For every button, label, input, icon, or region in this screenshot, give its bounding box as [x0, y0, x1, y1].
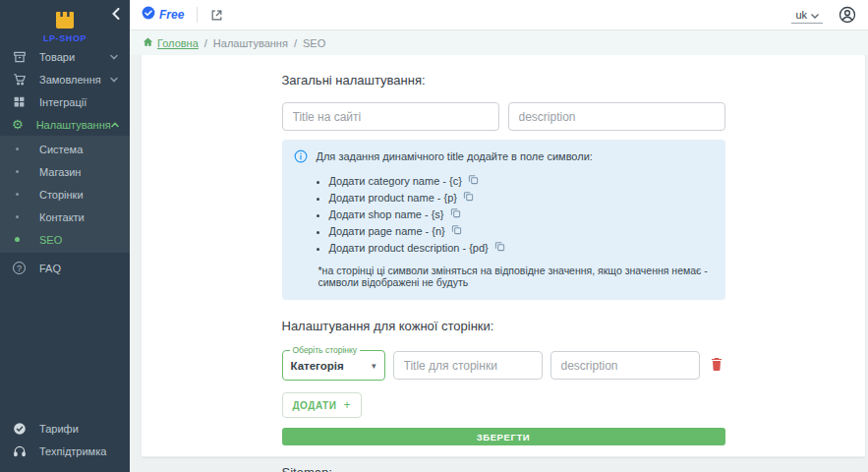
copy-icon[interactable] — [451, 224, 462, 237]
sidebar-logo-row: LP-SHOP — [0, 0, 130, 45]
list-item: Додати product description - {pd} — [329, 241, 714, 254]
sub-item-label: Сторінки — [39, 189, 84, 201]
add-row-button[interactable]: ДОДАТИ + — [282, 392, 362, 418]
sidebar-item-integrations[interactable]: Інтеграції — [0, 90, 130, 113]
plan-badge-label: Free — [159, 8, 184, 22]
sidebar-item-contacts[interactable]: Контакти — [0, 206, 130, 228]
sidebar-item-settings[interactable]: ⚙ Налаштування — [0, 113, 130, 136]
info-box-heading: Для задання динамічного title додайте в … — [317, 150, 593, 162]
open-in-new-icon[interactable] — [210, 9, 223, 22]
bullet-dot — [15, 237, 20, 242]
list-item: Додати category name - {c} — [329, 174, 714, 187]
sidebar-item-label: Інтеграції — [39, 96, 118, 108]
page-description-input[interactable] — [550, 351, 700, 380]
general-inputs-row — [282, 102, 725, 131]
page-select[interactable]: Оберіть сторінку Категорія ▾ — [282, 350, 385, 381]
sidebar-item-products[interactable]: Товари — [0, 45, 130, 68]
symbol-list: Додати category name - {c} Додати produc… — [329, 174, 714, 254]
symbol-text: Додати page name - {n} — [329, 225, 445, 237]
bullet-dot — [16, 215, 19, 218]
sidebar-item-label: Товари — [39, 51, 110, 63]
sidebar-item-faq[interactable]: ? FAQ — [0, 257, 130, 279]
chevron-down-icon — [811, 9, 819, 21]
sidebar-item-label: Техпідтримка — [39, 445, 118, 457]
sidebar-item-system[interactable]: Система — [0, 138, 130, 160]
language-value: uk — [795, 9, 807, 21]
sidebar-item-support[interactable]: Техпідтримка — [0, 440, 130, 462]
breadcrumb-separator: / — [294, 37, 297, 49]
copy-icon[interactable] — [494, 241, 505, 254]
breadcrumb: Головна / Налаштування / SEO — [130, 30, 868, 55]
sidebar-bottom: Тарифи Техпідтримка — [0, 417, 130, 462]
breadcrumb-home-link[interactable]: Головна — [143, 36, 199, 49]
plan-badge[interactable]: Free — [142, 6, 184, 24]
sub-item-label: Контакти — [39, 211, 85, 223]
sidebar-collapse-icon[interactable] — [112, 8, 120, 20]
sidebar-item-label: Тарифи — [39, 423, 118, 435]
sidebar-item-seo[interactable]: SEO — [0, 228, 130, 251]
copy-icon[interactable] — [468, 174, 479, 187]
shopping-bag-icon — [53, 7, 77, 32]
list-item: Додати product name - {p} — [329, 191, 714, 204]
account-icon[interactable] — [839, 6, 856, 24]
breadcrumb-separator: / — [204, 37, 207, 49]
info-icon — [294, 149, 308, 165]
breadcrumb-home-label: Головна — [157, 37, 199, 49]
verified-check-icon — [142, 6, 155, 24]
plus-icon: + — [343, 398, 351, 412]
app-root: LP-SHOP Товари Замовлення — [0, 0, 868, 472]
language-select[interactable]: uk — [791, 6, 823, 24]
delete-row-button[interactable] — [708, 357, 725, 374]
symbol-text: Додати shop name - {s} — [329, 208, 444, 220]
section-divider — [142, 456, 865, 457]
save-button[interactable]: ЗБЕРЕГТИ — [282, 428, 725, 445]
sidebar: LP-SHOP Товари Замовлення — [0, 0, 130, 472]
list-item: Додати page name - {n} — [329, 224, 714, 237]
page-select-value: Категорія — [291, 360, 372, 372]
sitemap-heading: Sitemap: — [282, 465, 725, 472]
add-button-label: ДОДАТИ — [293, 400, 337, 411]
chevron-down-icon — [110, 54, 118, 60]
question-icon: ? — [12, 262, 27, 274]
page-title-input[interactable] — [393, 351, 543, 380]
site-description-input[interactable] — [508, 102, 725, 131]
topbar: Free uk — [130, 0, 868, 30]
sidebar-item-tariffs[interactable]: Тарифи — [0, 417, 130, 440]
logo-text: LP-SHOP — [43, 33, 87, 43]
site-title-input[interactable] — [282, 102, 499, 131]
symbol-text: Додати product name - {p} — [329, 192, 458, 204]
per-page-heading: Налаштування для кожної сторінки: — [282, 319, 725, 333]
gear-icon: ⚙ — [12, 118, 24, 131]
sidebar-item-label: Налаштування — [36, 119, 111, 131]
breadcrumb-current: SEO — [303, 37, 325, 49]
topbar-divider — [197, 7, 198, 23]
lp-shop-logo[interactable]: LP-SHOP — [43, 7, 87, 43]
page-select-label: Оберіть сторінку — [290, 345, 361, 355]
seo-settings-card: Загальні налаштування: Для задання динам… — [142, 55, 865, 457]
headset-icon — [12, 444, 27, 458]
chevron-down-icon — [110, 77, 118, 83]
sub-item-label: SEO — [39, 234, 62, 246]
sidebar-item-pages[interactable]: Сторінки — [0, 183, 130, 206]
sub-item-label: Система — [39, 144, 83, 155]
sub-item-label: Магазин — [39, 166, 81, 178]
chevron-down-icon: ▾ — [372, 361, 376, 371]
bullet-dot — [16, 193, 19, 196]
settings-submenu: Система Магазин Сторінки Контакти SEO — [0, 136, 130, 253]
chevron-up-icon — [111, 122, 119, 128]
grid-icon — [12, 95, 27, 108]
per-page-form-row: Оберіть сторінку Категорія ▾ — [282, 350, 725, 381]
bullet-dot — [16, 170, 19, 173]
info-footnote: *на сторінці ці символи зміняться на від… — [318, 265, 714, 288]
sidebar-item-shop[interactable]: Магазин — [0, 160, 130, 183]
sidebar-nav: Товари Замовлення Інтеграції — [0, 45, 130, 136]
breadcrumb-section[interactable]: Налаштування — [213, 37, 288, 49]
bullet-dot — [16, 148, 19, 150]
sidebar-item-label: FAQ — [39, 263, 118, 274]
copy-icon[interactable] — [463, 191, 474, 204]
sidebar-item-orders[interactable]: Замовлення — [0, 68, 130, 90]
box-icon — [12, 50, 27, 64]
general-settings-heading: Загальні налаштування: — [282, 55, 725, 88]
copy-icon[interactable] — [450, 207, 461, 220]
check-badge-icon — [12, 422, 27, 436]
